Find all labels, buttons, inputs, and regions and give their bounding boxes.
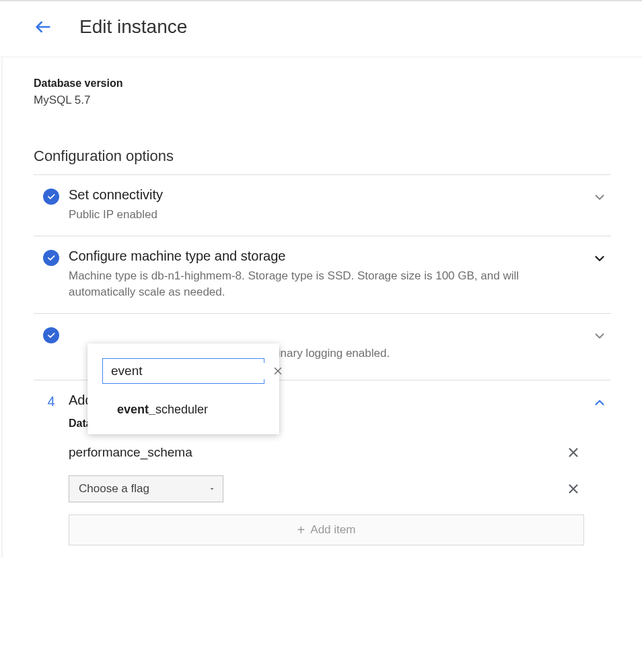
panel-connectivity-sub: Public IP enabled bbox=[69, 207, 584, 224]
back-arrow-button[interactable] bbox=[34, 18, 52, 36]
remove-flag-button[interactable] bbox=[564, 443, 583, 462]
panel-connectivity-title: Set connectivity bbox=[69, 187, 584, 203]
chevron-down-icon[interactable] bbox=[592, 190, 607, 207]
plus-icon: + bbox=[297, 523, 306, 537]
panel-connectivity[interactable]: Set connectivity Public IP enabled bbox=[34, 175, 611, 236]
choose-flag-placeholder: Choose a flag bbox=[79, 482, 149, 496]
flag-autocomplete: event_scheduler bbox=[87, 343, 279, 434]
check-icon bbox=[43, 250, 59, 266]
remove-flag-button[interactable] bbox=[564, 479, 583, 498]
flag-name: performance_schema bbox=[69, 445, 564, 460]
panel-machine[interactable]: Configure machine type and storage Machi… bbox=[34, 236, 611, 314]
autocomplete-option-event-scheduler[interactable]: event_scheduler bbox=[102, 384, 264, 419]
panel-machine-sub: Machine type is db-n1-highmem-8. Storage… bbox=[69, 268, 584, 301]
check-icon bbox=[43, 189, 59, 205]
db-version-value: MySQL 5.7 bbox=[34, 94, 611, 107]
chevron-down-icon[interactable] bbox=[592, 329, 607, 346]
step-number: 4 bbox=[47, 394, 55, 409]
chevron-down-icon[interactable] bbox=[592, 251, 607, 269]
top-bar: Edit instance bbox=[0, 0, 642, 57]
check-icon bbox=[43, 327, 59, 343]
flag-row-new: Choose a flag bbox=[69, 475, 584, 502]
config-options-heading: Configuration options bbox=[34, 147, 611, 165]
clear-input-button[interactable] bbox=[272, 365, 284, 377]
choose-flag-select[interactable]: Choose a flag bbox=[69, 475, 223, 502]
chevron-up-icon[interactable] bbox=[592, 395, 607, 413]
body: Database version MySQL 5.7 Configuration… bbox=[1, 57, 642, 558]
panel-machine-title: Configure machine type and storage bbox=[69, 248, 584, 264]
add-item-button[interactable]: + Add item bbox=[69, 514, 584, 545]
db-version-label: Database version bbox=[34, 77, 611, 90]
flag-row-performance-schema: performance_schema bbox=[69, 443, 584, 462]
page-title: Edit instance bbox=[79, 16, 187, 38]
flag-search-input[interactable] bbox=[110, 363, 272, 379]
add-item-label: Add item bbox=[310, 523, 355, 537]
